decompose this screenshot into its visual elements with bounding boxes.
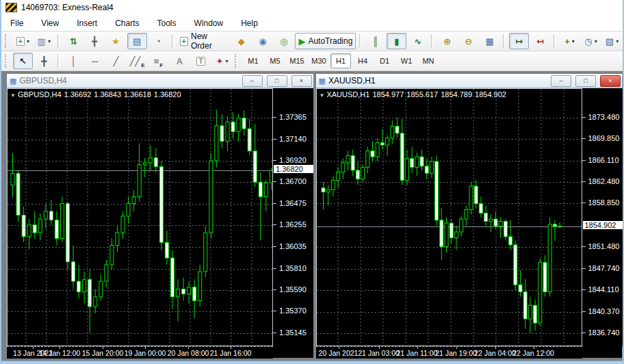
autotrading-button[interactable]: ▶AutoTrading (295, 33, 356, 49)
bar-chart-type-button[interactable]: ║ (365, 33, 385, 49)
templates-button[interactable]: ▧▾ (602, 33, 622, 49)
one-click-arrow-icon[interactable]: ▼ (320, 92, 325, 99)
gbpusd-window-titlebar[interactable]: ▦ GBPUSD,H4 – □ × (7, 74, 313, 88)
chart-shift-button[interactable]: ↤ (530, 33, 550, 49)
xauusd-price-axis[interactable]: 1873.4801869.8501866.1101862.4801858.850… (582, 88, 623, 346)
new-chart-button[interactable]: +▾ (13, 33, 33, 49)
timeframe-mn-button[interactable]: MN (418, 53, 439, 68)
trendline-button[interactable]: ╱ (106, 53, 126, 69)
metaeditor-button[interactable]: ◆ (231, 33, 251, 49)
price-label: 1.36035 (273, 242, 307, 250)
price-label: 1851.480 (582, 242, 620, 250)
dropdown-caret-icon[interactable]: ▾ (572, 38, 575, 44)
xauusd-chart-canvas[interactable]: ▼XAUUSD,H11854.9771855.6171854.7891854.9… (316, 88, 582, 346)
toolbar-separator (172, 34, 174, 48)
toolbar-drag-handle[interactable] (5, 34, 10, 48)
crosshair-button[interactable]: ╋ (34, 53, 54, 69)
timeframe-d1-button[interactable]: D1 (374, 53, 395, 68)
time-label: 14 Jan 12:00 (39, 349, 81, 357)
toolbar-separator (57, 34, 60, 48)
toolbar-drag-handle[interactable] (5, 54, 10, 68)
xauusd-window-titlebar[interactable]: ▦ XAUUSD,H1 – □ × (316, 74, 623, 88)
strategy-tester-button[interactable]: ◔ (148, 33, 168, 49)
price-label: 1836.740 (582, 328, 620, 337)
toolbar-standard: +▾▥▾⇅╋★▤◔+New Order◆◉◎▶AutoTrading║▮∿⊕⊖▦… (1, 31, 623, 51)
menu-tools[interactable]: Tools (148, 16, 185, 30)
toolbar-separator (359, 34, 362, 48)
window-minimize-button[interactable]: – (551, 75, 571, 87)
price-label: 1.35145 (273, 328, 307, 337)
auto-scroll-button[interactable]: ↦ (509, 33, 529, 49)
text-button[interactable]: A (170, 53, 190, 69)
icon-sub-letter: F (159, 62, 163, 68)
candlestick-chart-type-button[interactable]: ▮ (387, 33, 406, 49)
cursor-button[interactable]: ↖ (13, 53, 33, 69)
timeframe-w1-button[interactable]: W1 (396, 53, 417, 68)
signals-icon: ◎ (280, 37, 287, 46)
price-label: 1.36475 (273, 199, 307, 207)
zoom-in-button[interactable]: ⊕ (437, 33, 457, 49)
dropdown-caret-icon[interactable]: ▾ (48, 38, 51, 44)
price-label: 1840.370 (582, 307, 620, 315)
menu-window[interactable]: Window (185, 16, 233, 30)
app-titlebar[interactable]: 14069703: Exness-Real4 (1, 0, 623, 15)
timeframe-m30-button[interactable]: M30 (309, 53, 329, 68)
timeframe-h1-button[interactable]: H1 (330, 53, 351, 68)
dropdown-caret-icon[interactable]: ▾ (595, 38, 597, 44)
menu-help[interactable]: Help (232, 16, 267, 30)
trendline-icon: ╱ (114, 57, 119, 66)
window-minimize-button[interactable]: – (242, 75, 263, 87)
line-chart-type-button[interactable]: ∿ (408, 33, 428, 49)
window-close-button[interactable]: × (600, 75, 621, 87)
menu-file[interactable]: File (1, 16, 32, 30)
dropdown-caret-icon[interactable]: ▾ (225, 58, 228, 64)
zoom-out-button[interactable]: ⊖ (458, 33, 478, 49)
gbpusd-chart-canvas[interactable]: ▼GBPUSD,H41.366921.368431.366181.36820 (7, 88, 273, 346)
window-restore-button[interactable]: □ (267, 75, 287, 87)
dropdown-caret-icon[interactable]: ▾ (616, 38, 619, 44)
vertical-line-button[interactable]: │ (64, 53, 83, 69)
chart-window-icon: ▦ (10, 77, 16, 85)
toolbar-drag-handle[interactable] (235, 54, 240, 68)
signals-button[interactable]: ◎ (274, 33, 294, 49)
experts-button[interactable]: ◉ (252, 33, 272, 49)
periods-button[interactable]: ◷▾ (581, 33, 601, 49)
gbpusd-price-axis[interactable]: 1.373651.371401.369201.367001.364751.362… (273, 88, 313, 346)
indicators-button[interactable]: +▾ (560, 33, 580, 49)
xauusd-time-axis[interactable]: 20 Jan 202121 Jan 03:0021 Jan 11:0021 Ja… (316, 346, 582, 359)
timeframe-m5-button[interactable]: M5 (265, 53, 285, 68)
window-restore-button[interactable]: □ (575, 75, 596, 87)
horizontal-line-button[interactable]: ─ (85, 53, 105, 69)
menu-view[interactable]: View (32, 16, 68, 30)
new-order-button[interactable]: +New Order (178, 33, 231, 49)
timeframe-m15-button[interactable]: M15 (287, 53, 307, 68)
data-window-icon: ╋ (92, 37, 97, 46)
window-close-button[interactable]: × (291, 75, 312, 87)
candlestick-chart-type-icon: ▮ (394, 37, 399, 46)
mt4-logo-icon (5, 3, 17, 12)
one-click-arrow-icon[interactable]: ▼ (10, 92, 16, 99)
profiles-button[interactable]: ▥▾ (34, 33, 54, 49)
text-label-button[interactable]: T (191, 53, 211, 69)
arrows-button[interactable]: ✦▾ (212, 53, 232, 69)
text-icon: A (177, 57, 183, 66)
data-window-button[interactable]: ╋ (85, 33, 105, 49)
fibonacci-button[interactable]: ≡F (148, 53, 168, 69)
timeframe-m1-button[interactable]: M1 (243, 53, 263, 68)
time-label: 20 Jan 2021 (319, 349, 359, 357)
price-label: 1.36700 (273, 177, 307, 185)
equidistant-channel-button[interactable]: ╱╱E (127, 53, 147, 69)
timeframe-h4-button[interactable]: H4 (352, 53, 373, 68)
menu-charts[interactable]: Charts (106, 16, 148, 30)
terminal-button[interactable]: ▤ (127, 33, 147, 49)
toolbar-line-studies: ↖╋│─╱╱╱E≡FAT✦▾M1M5M15M30H1H4D1W1MN (1, 51, 623, 71)
navigator-icon: ★ (112, 37, 120, 46)
tile-windows-button[interactable]: ▦ (480, 33, 499, 49)
market-watch-button[interactable]: ⇅ (64, 33, 83, 49)
menu-insert[interactable]: Insert (68, 16, 106, 30)
dropdown-caret-icon[interactable]: ▾ (27, 38, 29, 44)
navigator-button[interactable]: ★ (106, 33, 126, 49)
indicators-icon: + (564, 37, 570, 46)
gbpusd-time-axis[interactable]: 13 Jan 202114 Jan 12:0015 Jan 20:0019 Ja… (7, 346, 273, 359)
metaeditor-icon: ◆ (238, 37, 245, 46)
